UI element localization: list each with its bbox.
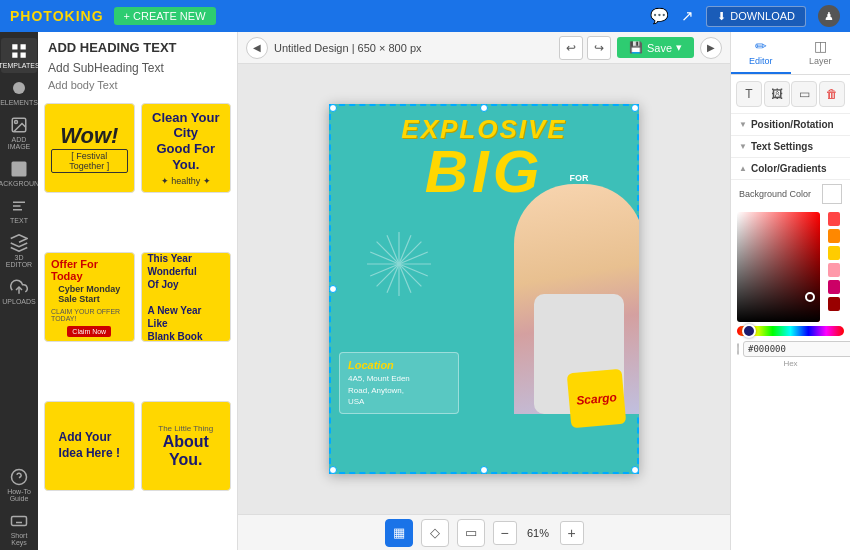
color-gradients-toggle[interactable]: ▲ Color/Gradients xyxy=(739,163,842,174)
zoom-in-button[interactable]: + xyxy=(560,521,584,545)
template-card-year[interactable]: This YearWonderfulOf JoyA New Year LikeB… xyxy=(141,252,232,342)
color-cursor[interactable] xyxy=(805,292,815,302)
template-card-offer[interactable]: Offer For Today Cyber MondaySale Start C… xyxy=(44,252,135,342)
download-button[interactable]: ⬇ DOWNLOAD xyxy=(706,6,806,27)
share-icon[interactable]: ↗ xyxy=(681,7,694,25)
bg-color-swatch[interactable] xyxy=(822,184,842,204)
text-settings-toggle[interactable]: ▼ Text Settings xyxy=(739,141,842,152)
redo-button[interactable]: ↪ xyxy=(587,36,611,60)
svg-rect-0 xyxy=(12,44,17,49)
tab-layer-label: Layer xyxy=(809,56,832,66)
resize-handle-bm[interactable] xyxy=(480,466,488,474)
color-preview-dot xyxy=(737,343,739,355)
resize-handle-tr[interactable] xyxy=(631,104,639,112)
sidebar-item-label: ELEMENTS xyxy=(0,99,38,106)
sidebar-item-add-image[interactable]: ADD IMAGE xyxy=(1,112,37,154)
image-tool-button[interactable]: 🖼 xyxy=(764,81,790,107)
resize-handle-tl[interactable] xyxy=(329,104,337,112)
template-card-add[interactable]: Add YourIdea Here ! xyxy=(44,401,135,491)
canvas-wrapper: EXPLOSIVE BIG FORGIRLSFASHION xyxy=(238,64,730,514)
sidebar-item-label: How-To Guide xyxy=(3,488,35,502)
topbar-right: 💬 ↗ ⬇ DOWNLOAD ♟ xyxy=(650,5,840,27)
panel-section-color: ▲ Color/Gradients xyxy=(731,158,850,180)
hex-input[interactable]: #000000 xyxy=(743,341,850,357)
chevron-up-icon: ▲ xyxy=(739,164,747,173)
chevron-down-icon: ▼ xyxy=(739,120,747,129)
sidebar-item-label: UPLOADS xyxy=(2,298,35,305)
sidebar-item-uploads[interactable]: UPLOADS xyxy=(1,274,37,309)
grid-view-button[interactable]: ▦ xyxy=(385,519,413,547)
design-canvas[interactable]: EXPLOSIVE BIG FORGIRLSFASHION xyxy=(329,104,639,474)
resize-handle-bl[interactable] xyxy=(329,466,337,474)
sidebar-item-templates[interactable]: TEMPLATES xyxy=(1,38,37,73)
tab-editor[interactable]: ✏ Editor xyxy=(731,32,791,74)
svg-rect-2 xyxy=(12,53,17,58)
resize-handle-tm[interactable] xyxy=(480,104,488,112)
sidebar-item-elements[interactable]: ELEMENTS xyxy=(1,75,37,110)
panel-section-text: ▼ Text Settings xyxy=(731,136,850,158)
offer-btn: Claim Now xyxy=(67,326,111,337)
undo-button[interactable]: ↩ xyxy=(559,36,583,60)
resize-handle-br[interactable] xyxy=(631,466,639,474)
template-card-clean[interactable]: Clean Your CityGood For You. ✦ healthy ✦ xyxy=(141,103,232,193)
prev-page-button[interactable]: ◀ xyxy=(246,37,268,59)
swatch-red[interactable] xyxy=(828,212,840,226)
sidebar-item-3d-editor[interactable]: 3D EDITOR xyxy=(1,230,37,272)
panel-heading: ADD HEADING TEXT xyxy=(38,32,237,59)
save-button[interactable]: 💾 Save ▾ xyxy=(617,37,694,58)
sidebar-item-background[interactable]: BACKGROUND xyxy=(1,156,37,191)
text-tool-button[interactable]: T xyxy=(736,81,762,107)
undo-redo-group: ↩ ↪ xyxy=(559,36,611,60)
sidebar-item-label: TEMPLATES xyxy=(0,62,40,69)
swatch-pink[interactable] xyxy=(828,263,840,277)
sidebar-item-label: Short Keys xyxy=(3,532,35,546)
swatch-darkred[interactable] xyxy=(828,297,840,311)
shape-tool-button[interactable]: ▭ xyxy=(791,81,817,107)
festival-text: [ Festival Together ] xyxy=(51,149,128,173)
avatar[interactable]: ♟ xyxy=(818,5,840,27)
right-tabs: ✏ Editor ◫ Layer xyxy=(731,32,850,75)
next-page-button[interactable]: ▶ xyxy=(700,37,722,59)
text-settings-label: Text Settings xyxy=(751,141,813,152)
zoom-out-button[interactable]: − xyxy=(493,521,517,545)
swatch-magenta[interactable] xyxy=(828,280,840,294)
eraser-button[interactable]: ◇ xyxy=(421,519,449,547)
wow-text: Wow! xyxy=(60,123,118,149)
left-sidebar: TEMPLATES ELEMENTS ADD IMAGE BACKGROUND … xyxy=(0,32,38,550)
resize-handle-ml[interactable] xyxy=(329,285,337,293)
location-title: Location xyxy=(348,359,450,371)
sidebar-item-how-to[interactable]: How-To Guide xyxy=(1,464,37,506)
template-card-about[interactable]: The Little Thing About You. xyxy=(141,401,232,491)
brand-badge: Scargo xyxy=(567,369,627,429)
sidebar-item-text[interactable]: TEXT xyxy=(1,193,37,228)
position-rotation-toggle[interactable]: ▼ Position/Rotation xyxy=(739,119,842,130)
frame-button[interactable]: ▭ xyxy=(457,519,485,547)
clean-title: Clean Your CityGood For You. xyxy=(148,110,225,172)
hue-cursor[interactable] xyxy=(742,324,756,338)
tab-layer[interactable]: ◫ Layer xyxy=(791,32,851,74)
chat-icon[interactable]: 💬 xyxy=(650,7,669,25)
topbar: PHOTOKING + CREATE NEW 💬 ↗ ⬇ DOWNLOAD ♟ xyxy=(0,0,850,32)
templates-grid: Wow! [ Festival Together ] Clean Your Ci… xyxy=(38,97,237,550)
about-you-text: About You. xyxy=(148,433,225,469)
logo: PHOTOKING xyxy=(10,8,104,24)
canvas-area: ◀ Untitled Design | 650 × 800 px ↩ ↪ 💾 S… xyxy=(238,32,730,550)
swatch-orange[interactable] xyxy=(828,229,840,243)
color-picker-area: #000000 ▲ ▼ Hex xyxy=(731,208,850,550)
hue-bar[interactable] xyxy=(737,326,844,336)
tab-editor-label: Editor xyxy=(749,56,773,66)
canvas-title: Untitled Design | 650 × 800 px xyxy=(274,42,553,54)
swatch-yellow[interactable] xyxy=(828,246,840,260)
create-new-button[interactable]: + CREATE NEW xyxy=(114,7,216,25)
svg-rect-7 xyxy=(12,162,27,177)
sidebar-item-shortcuts[interactable]: Short Keys xyxy=(1,508,37,550)
template-card-wow[interactable]: Wow! [ Festival Together ] xyxy=(44,103,135,193)
delete-tool-button[interactable]: 🗑 xyxy=(819,81,845,107)
svg-point-6 xyxy=(15,121,18,124)
color-gradient-picker[interactable] xyxy=(737,212,820,322)
editor-icon: ✏ xyxy=(755,38,767,54)
little-thing-text: The Little Thing xyxy=(158,424,213,433)
zoom-controls: − 61% + xyxy=(493,521,584,545)
panel-subheading: Add SubHeading Text xyxy=(38,59,237,77)
svg-rect-3 xyxy=(21,53,26,58)
